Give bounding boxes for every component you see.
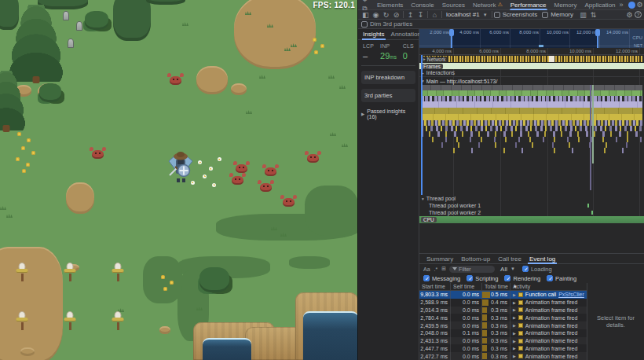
insight-card[interactable]: INP breakdown (361, 71, 415, 84)
expand-icon[interactable]: ▶ (513, 339, 516, 343)
match-word-icon[interactable]: ⊞ (441, 266, 447, 272)
start-time-cell: 2,472.7 ms (419, 352, 451, 360)
filter-input[interactable] (459, 266, 492, 272)
clear-icon[interactable]: ⊘ (391, 10, 401, 19)
self-time-cell: 0.0 ms (451, 307, 482, 314)
painting-checkbox[interactable]: Painting (547, 275, 576, 282)
duration-filter-select[interactable]: All▼ (500, 266, 515, 273)
network-track[interactable]: ▸Network (419, 55, 644, 63)
activity-source-link[interactable]: PxSfsClier (558, 292, 584, 297)
rendering-checkbox[interactable]: Rendering (504, 275, 540, 282)
self-time-cell: 0.1 ms (451, 329, 482, 337)
scarecrow-sprite (16, 263, 28, 281)
sidebar-tab-insights[interactable]: Insights (360, 29, 387, 40)
dock-side-icon[interactable]: ◧ (360, 10, 371, 19)
event-log-row[interactable]: 2,588.9 ms0.0 ms0.4 ms▶Animation frame f… (419, 299, 587, 307)
regex-icon[interactable]: .* (434, 266, 439, 272)
tab-label: Console (411, 2, 434, 9)
interactions-track[interactable]: ▸Interactions (419, 69, 644, 77)
expand-icon[interactable]: ▶ (513, 354, 516, 358)
event-log-row[interactable]: 2,780.4 ms0.0 ms0.3 ms▶Animation frame f… (419, 314, 587, 321)
event-log-row[interactable]: 9,803.3 ms0.0 ms0.5 ms▶Function callPxSf… (419, 291, 587, 299)
expand-icon[interactable]: ▶ (513, 315, 516, 320)
divider (361, 65, 415, 66)
event-log-row[interactable]: 2,048.0 ms0.1 ms0.3 ms▶Animation frame f… (419, 329, 587, 337)
record-reload-icon[interactable]: ↻ (381, 10, 391, 19)
tab-console[interactable]: Console (407, 0, 437, 10)
screenshots-checkbox[interactable]: Screenshots (494, 11, 537, 18)
event-log-header[interactable]: Start time Self time Total time ▼ Activi… (419, 283, 587, 291)
dim-third-parties-checkbox[interactable] (361, 21, 368, 28)
ruler-tick: 8,000 ms (516, 49, 546, 53)
dirt-sprite (231, 83, 247, 95)
details-tab-bar: SummaryBottom-upCall treeEvent log (419, 253, 644, 264)
profile-avatar[interactable] (628, 2, 635, 9)
event-log-row[interactable]: 2,472.7 ms0.0 ms0.3 ms▶Animation frame f… (419, 352, 587, 360)
insight-card[interactable]: 3rd parties (361, 89, 415, 102)
start-time-cell: 2,447.7 ms (419, 344, 451, 352)
grave-sprite (76, 21, 82, 31)
tab-performance[interactable]: Performance (507, 0, 551, 10)
expand-icon[interactable]: ▶ (513, 300, 516, 305)
upload-profile-icon[interactable]: ↥ (405, 10, 415, 19)
thread-pool-worker-2-track[interactable]: Thread pool worker 2 (419, 209, 644, 216)
event-log-row[interactable]: 2,447.7 ms0.0 ms0.3 ms▶Animation frame f… (419, 344, 587, 352)
expand-icon[interactable]: ▶ (513, 292, 516, 297)
expand-icon[interactable]: ▶ (513, 323, 516, 328)
details-tab-summary[interactable]: Summary (423, 253, 457, 264)
passed-insights-toggle[interactable]: ▶ Passed insights (16) (361, 108, 415, 119)
cpu-track[interactable]: CPU (419, 216, 644, 223)
timeline-overview[interactable]: 2,000 ms4,000 ms6,000 ms8,000 ms10,000 m… (419, 29, 644, 48)
expand-icon[interactable]: ▶ (513, 331, 516, 336)
collect-garbage-icon[interactable]: ⇅ (588, 10, 598, 19)
scarecrow-sprite (64, 263, 76, 281)
sidebar-tabs: InsightsAnnotations (358, 29, 419, 40)
tuft-sprite (0, 206, 6, 210)
settings-icon[interactable]: ⚙ (637, 1, 643, 9)
network-gap (549, 56, 554, 62)
details-tab-event-log[interactable]: Event log (525, 253, 559, 264)
event-log-row[interactable]: 2,439.5 ms0.0 ms0.3 ms▶Animation frame f… (419, 321, 587, 329)
total-time-bar (482, 299, 488, 306)
details-tab-call-tree[interactable]: Call tree (494, 253, 525, 264)
tab-elements[interactable]: Elements (373, 0, 407, 10)
activity-cell: ▶Animation frame fired (510, 344, 587, 352)
record-icon[interactable]: ◉ (371, 10, 381, 19)
thread-pool-worker-1-track[interactable]: Thread pool worker 1 (419, 202, 644, 209)
network-track-label[interactable]: ▸Network (421, 57, 448, 62)
expand-icon[interactable]: ▶ (513, 307, 516, 312)
download-profile-icon[interactable]: ↧ (415, 10, 426, 19)
memory-checkbox[interactable]: Memory (542, 11, 573, 18)
flame-chart[interactable] (419, 85, 644, 195)
messaging-checkbox[interactable]: Messaging (423, 275, 460, 282)
game-viewport[interactable]: FPS: 120.1 (0, 0, 357, 360)
more-tabs-icon[interactable]: » (620, 1, 624, 9)
grave-sprite (63, 11, 69, 20)
chevron-down-icon: ▼ (483, 13, 488, 17)
tab-memory[interactable]: Memory (551, 0, 581, 10)
event-log-row[interactable]: 2,014.3 ms0.0 ms0.3 ms▶Animation frame f… (419, 307, 587, 314)
scripting-checkbox[interactable]: Scripting (467, 275, 498, 282)
flower-y-sprite (314, 50, 318, 54)
live-metrics-icon[interactable]: ⌂ (430, 10, 440, 19)
event-log-row[interactable]: 2,431.3 ms0.0 ms0.3 ms▶Animation frame f… (419, 337, 587, 345)
target-selector[interactable]: localhost #1▼ (444, 11, 490, 18)
frames-track[interactable]: Frames (419, 63, 644, 69)
statistics-icon[interactable]: ▥ (578, 10, 588, 19)
expand-icon[interactable]: ▶ (513, 346, 516, 351)
main-thread-track[interactable]: ▾Main — http://localhost:5173/ (419, 77, 644, 85)
tab-application[interactable]: Application (580, 0, 619, 10)
thread-pool-track[interactable]: ▾Thread pool (419, 195, 644, 202)
loading-checkbox[interactable]: Loading (522, 266, 552, 273)
details-tab-bottom-up[interactable]: Bottom-up (457, 253, 494, 264)
event-log-rows: 9,803.3 ms0.0 ms0.5 ms▶Function callPxSf… (419, 291, 587, 360)
panel-tabs: ElementsConsoleSourcesNetwork⚠Performanc… (373, 0, 620, 10)
filter-input-box[interactable] (449, 266, 495, 273)
help-icon[interactable]: ? (635, 11, 642, 18)
capture-settings-icon[interactable]: ⚙ (624, 10, 635, 19)
checkbox-label: Messaging (432, 275, 460, 282)
crab-sprite (265, 167, 276, 176)
tab-network[interactable]: Network⚠ (469, 0, 507, 10)
tab-sources[interactable]: Sources (438, 0, 469, 10)
match-case-icon[interactable]: Aa (423, 266, 431, 272)
